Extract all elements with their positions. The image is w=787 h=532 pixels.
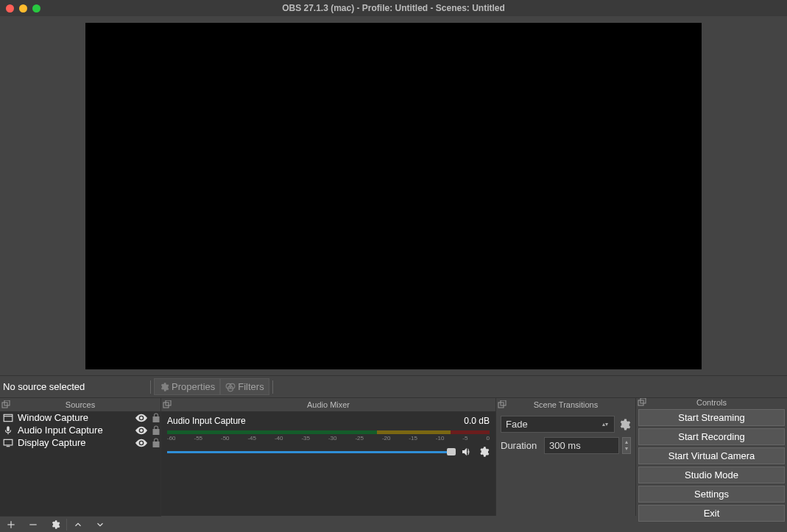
- gear-icon: [159, 382, 169, 392]
- svg-rect-5: [4, 414, 13, 421]
- lock-toggle[interactable]: [152, 413, 160, 423]
- mic-icon: [3, 425, 13, 436]
- chevron-down-icon[interactable]: ▾: [625, 447, 628, 451]
- chevron-updown-icon: ▴▾: [601, 422, 610, 427]
- visibility-toggle[interactable]: [135, 439, 147, 447]
- chevron-up-icon[interactable]: ▴: [625, 440, 628, 444]
- source-settings-button[interactable]: [44, 517, 66, 533]
- window-icon: [3, 414, 13, 422]
- sources-toolbar: [0, 516, 161, 532]
- meter-ticks: -60-55-50-45-40-35-30-25-20-15-10-50: [167, 435, 490, 441]
- remove-source-button[interactable]: [22, 517, 44, 533]
- transition-settings-icon[interactable]: [618, 418, 631, 431]
- source-item[interactable]: Display Capture: [0, 436, 160, 449]
- track-settings-icon[interactable]: [478, 446, 490, 458]
- source-label: Window Capture: [18, 412, 131, 423]
- mixer-track: Audio Input Capture 0.0 dB -60-55-50-45-…: [161, 411, 495, 458]
- volume-slider[interactable]: [167, 451, 456, 453]
- source-item[interactable]: Audio Input Capture: [0, 424, 160, 436]
- start-virtual-camera-button[interactable]: Start Virtual Camera: [638, 447, 785, 464]
- controls-title: Controls: [636, 398, 787, 407]
- source-item[interactable]: Window Capture: [0, 411, 160, 424]
- audio-mixer-dock: Audio Mixer Audio Input Capture 0.0 dB -…: [161, 398, 496, 516]
- move-up-button[interactable]: [67, 517, 89, 533]
- audio-meter: [167, 430, 490, 434]
- filters-icon: [225, 382, 236, 392]
- sources-dock: Sources Window CaptureAudio Input Captur…: [0, 398, 161, 516]
- source-info-bar: No source selected Properties Filters: [0, 375, 787, 398]
- svg-rect-7: [4, 439, 13, 445]
- duration-label: Duration: [501, 440, 541, 451]
- preview-canvas[interactable]: [85, 23, 702, 369]
- preview-area: [0, 16, 787, 375]
- studio-mode-button[interactable]: Studio Mode: [638, 467, 785, 483]
- move-down-button[interactable]: [89, 517, 111, 533]
- track-name: Audio Input Capture: [167, 416, 246, 426]
- controls-dock: Controls Start Streaming Start Recording…: [636, 398, 787, 516]
- source-label: Display Capture: [18, 437, 131, 448]
- close-window-button[interactable]: [6, 4, 14, 13]
- settings-button[interactable]: Settings: [638, 486, 785, 503]
- speaker-icon[interactable]: [460, 446, 473, 458]
- transitions-title: Scene Transitions: [496, 400, 635, 409]
- no-source-label: No source selected: [0, 381, 147, 392]
- source-label: Audio Input Capture: [18, 425, 131, 436]
- visibility-toggle[interactable]: [135, 426, 147, 435]
- start-streaming-button[interactable]: Start Streaming: [638, 409, 785, 426]
- visibility-toggle[interactable]: [135, 414, 147, 422]
- lock-toggle[interactable]: [152, 438, 160, 448]
- volume-thumb[interactable]: [447, 448, 456, 455]
- mixer-title: Audio Mixer: [161, 400, 495, 409]
- exit-button[interactable]: Exit: [638, 505, 785, 522]
- filters-button[interactable]: Filters: [220, 378, 269, 395]
- sources-title: Sources: [0, 400, 160, 409]
- lock-toggle[interactable]: [152, 425, 160, 436]
- start-recording-button[interactable]: Start Recording: [638, 428, 785, 445]
- window-title: OBS 27.1.3 (mac) - Profile: Untitled - S…: [0, 3, 787, 13]
- duration-stepper[interactable]: ▴ ▾: [622, 437, 631, 454]
- properties-button[interactable]: Properties: [154, 378, 220, 395]
- display-icon: [3, 439, 13, 447]
- transition-select[interactable]: Fade ▴▾: [501, 416, 615, 433]
- add-source-button[interactable]: [0, 517, 22, 533]
- minimize-window-button[interactable]: [19, 4, 27, 13]
- maximize-window-button[interactable]: [32, 4, 40, 13]
- track-db-value: 0.0 dB: [464, 416, 490, 426]
- transitions-dock: Scene Transitions Fade ▴▾ Duration 300 m…: [496, 398, 636, 516]
- duration-input[interactable]: 300 ms: [544, 437, 619, 454]
- titlebar: OBS 27.1.3 (mac) - Profile: Untitled - S…: [0, 0, 787, 16]
